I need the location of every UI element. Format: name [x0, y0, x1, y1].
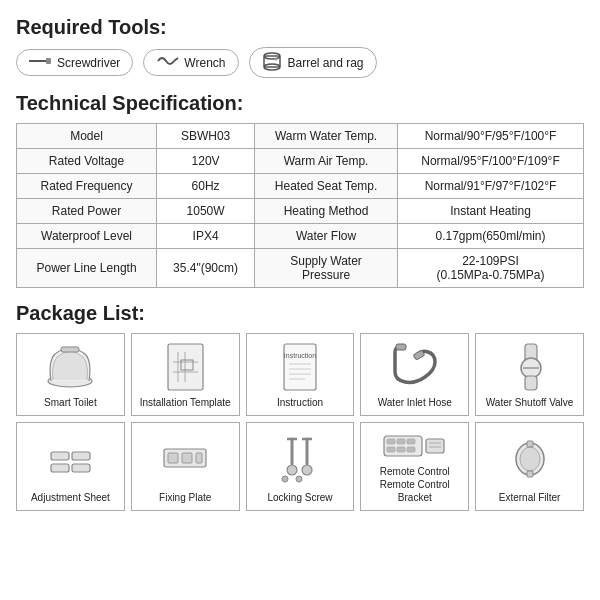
package-label: Locking Screw	[267, 491, 332, 504]
spec-value: 35.4"(90cm)	[157, 249, 255, 288]
svg-rect-30	[196, 453, 202, 463]
svg-line-2	[174, 58, 178, 61]
package-icon	[163, 342, 208, 392]
svg-point-33	[287, 465, 297, 475]
svg-rect-52	[527, 471, 533, 477]
svg-text:Instruction: Instruction	[284, 352, 316, 359]
package-icon	[43, 342, 98, 392]
package-item: Adjustment Sheet	[16, 422, 125, 511]
package-label: Water Shutoff Valve	[486, 396, 574, 409]
svg-rect-43	[387, 447, 395, 452]
required-tools-section: Required Tools: Screwdriver Wrench	[16, 16, 584, 78]
spec-row: Rated Voltage120VWarm Air Temp.Normal/95…	[17, 149, 584, 174]
tool-screwdriver: Screwdriver	[16, 49, 133, 76]
spec-value: Normal/91°F/97°F/102°F	[398, 174, 584, 199]
required-tools-title: Required Tools:	[16, 16, 584, 39]
svg-rect-40	[387, 439, 395, 444]
spec-row: Waterproof LevelIPX4Water Flow0.17gpm(65…	[17, 224, 584, 249]
spec-label: Water Flow	[255, 224, 398, 249]
package-label: Water Inlet Hose	[378, 396, 452, 409]
spec-label: Warm Water Temp.	[255, 124, 398, 149]
package-list-section: Package List: Smart Toilet Installation …	[16, 302, 584, 511]
package-item: Water Shutoff Valve	[475, 333, 584, 416]
package-icon	[48, 431, 93, 487]
package-item: Fixing Plate	[131, 422, 240, 511]
svg-rect-17	[396, 344, 406, 350]
tool-screwdriver-label: Screwdriver	[57, 56, 120, 70]
package-item: Remote ControlRemote Control Bracket	[360, 422, 469, 511]
spec-label: Waterproof Level	[17, 224, 157, 249]
package-label: Adjustment Sheet	[31, 491, 110, 504]
spec-value: 22-109PSI(0.15MPa-0.75MPa)	[398, 249, 584, 288]
package-label: Instruction	[277, 396, 323, 409]
spec-table: ModelSBWH03Warm Water Temp.Normal/90°F/9…	[16, 123, 584, 288]
package-icon	[505, 342, 555, 392]
svg-rect-29	[182, 453, 192, 463]
tools-row: Screwdriver Wrench Barrel and rag	[16, 47, 584, 78]
svg-point-38	[282, 476, 288, 482]
svg-rect-11	[284, 344, 316, 390]
spec-row: Rated Power1050WHeating MethodInstant He…	[17, 199, 584, 224]
svg-rect-46	[426, 439, 444, 453]
spec-value: Normal/95°F/100°F/109°F	[398, 149, 584, 174]
svg-rect-44	[397, 447, 405, 452]
package-item: Locking Screw	[246, 422, 355, 511]
package-icon	[160, 431, 210, 487]
svg-rect-26	[72, 464, 90, 472]
spec-value: 60Hz	[157, 174, 255, 199]
package-item: Water Inlet Hose	[360, 333, 469, 416]
screwdriver-icon	[29, 54, 51, 71]
svg-rect-23	[51, 452, 69, 460]
spec-value: 120V	[157, 149, 255, 174]
svg-rect-1	[46, 58, 51, 64]
package-icon: Instruction	[280, 342, 320, 392]
svg-rect-18	[413, 350, 425, 360]
spec-row: Rated Frequency60HzHeated Seat Temp.Norm…	[17, 174, 584, 199]
svg-point-37	[296, 476, 302, 482]
wrench-icon	[156, 54, 178, 71]
package-label: Remote ControlRemote Control Bracket	[365, 465, 464, 504]
svg-rect-25	[51, 464, 69, 472]
spec-value: SBWH03	[157, 124, 255, 149]
spec-value: 0.17gpm(650ml/min)	[398, 224, 584, 249]
svg-rect-28	[168, 453, 178, 463]
svg-rect-45	[407, 447, 415, 452]
package-item: External Filter	[475, 422, 584, 511]
spec-label: Supply WaterPressure	[255, 249, 398, 288]
spec-value: IPX4	[157, 224, 255, 249]
tool-wrench: Wrench	[143, 49, 238, 76]
package-icon	[277, 431, 322, 487]
package-list-title: Package List:	[16, 302, 584, 325]
spec-label: Heated Seat Temp.	[255, 174, 398, 199]
spec-label: Power Line Length	[17, 249, 157, 288]
spec-label: Rated Frequency	[17, 174, 157, 199]
svg-rect-41	[397, 439, 405, 444]
tech-spec-title: Technical Specification:	[16, 92, 584, 115]
spec-label: Warm Air Temp.	[255, 149, 398, 174]
tool-barrel-label: Barrel and rag	[288, 56, 364, 70]
svg-rect-24	[72, 452, 90, 460]
package-label: Installation Template	[140, 396, 231, 409]
svg-rect-21	[525, 376, 537, 390]
tech-spec-section: Technical Specification: ModelSBWH03Warm…	[16, 92, 584, 288]
svg-point-36	[302, 465, 312, 475]
package-icon	[505, 431, 555, 487]
spec-value: 1050W	[157, 199, 255, 224]
spec-label: Heating Method	[255, 199, 398, 224]
spec-value: Instant Heating	[398, 199, 584, 224]
package-label: Fixing Plate	[159, 491, 211, 504]
package-grid: Smart Toilet Installation Template Instr…	[16, 333, 584, 511]
spec-label: Rated Power	[17, 199, 157, 224]
package-label: External Filter	[499, 491, 561, 504]
package-item: Instruction Instruction	[246, 333, 355, 416]
tool-barrel: Barrel and rag	[249, 47, 377, 78]
svg-point-6	[274, 58, 277, 61]
spec-row: ModelSBWH03Warm Water Temp.Normal/90°F/9…	[17, 124, 584, 149]
spec-label: Model	[17, 124, 157, 149]
spec-value: Normal/90°F/95°F/100°F	[398, 124, 584, 149]
svg-rect-8	[61, 347, 79, 352]
package-label: Smart Toilet	[44, 396, 97, 409]
package-icon	[382, 431, 447, 461]
package-item: Smart Toilet	[16, 333, 125, 416]
package-icon	[390, 342, 440, 392]
